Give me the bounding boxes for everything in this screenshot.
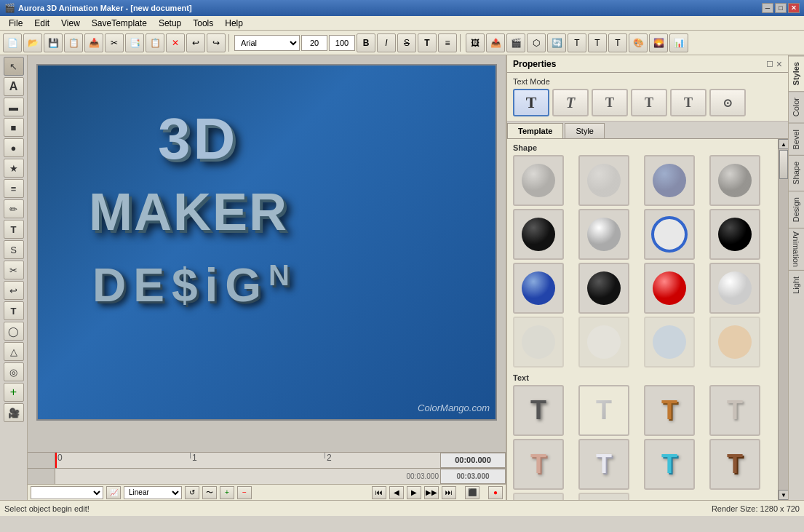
cube-button[interactable]: ⬡ (527, 33, 546, 52)
shape-item-2[interactable] (644, 155, 695, 206)
menu-file[interactable]: File (3, 17, 28, 30)
sidebar-tab-design[interactable]: Design (789, 191, 804, 228)
shape-item-10[interactable] (644, 263, 695, 314)
text-item-7[interactable]: T (709, 439, 760, 490)
path-tool[interactable]: ≡ (4, 179, 24, 198)
sidebar-tab-light[interactable]: Light (789, 270, 804, 300)
goto-end-button[interactable]: ⏭ (442, 486, 456, 499)
animate-button[interactable]: T (568, 33, 586, 52)
oval-tool[interactable]: ◯ (4, 322, 24, 341)
scroll-down-btn[interactable]: ▼ (779, 490, 788, 500)
shape-item-12[interactable] (513, 317, 564, 368)
mode-btn-6[interactable]: ⊙ (709, 89, 746, 116)
shape-item-13[interactable] (578, 317, 629, 368)
delete-button[interactable]: ✕ (166, 33, 185, 52)
scroll-thumb[interactable] (779, 150, 788, 179)
shape-item-3[interactable] (709, 155, 760, 206)
tab-template[interactable]: Template (507, 123, 563, 138)
star-tool[interactable]: ★ (4, 159, 24, 178)
shape-item-4[interactable] (513, 209, 564, 260)
shape-tool[interactable]: S (4, 240, 24, 259)
properties-close-btn[interactable]: × (776, 58, 782, 70)
text-item-2[interactable]: T (644, 385, 695, 436)
text-item-5[interactable]: T (578, 439, 629, 490)
close-button[interactable]: ✕ (788, 3, 800, 13)
timeline-ruler[interactable]: 0 1 2 3 (55, 453, 440, 468)
text-item-4[interactable]: T (513, 439, 564, 490)
extra-button[interactable]: 📊 (669, 33, 688, 52)
export-button[interactable]: 📤 (486, 33, 505, 52)
text-item-0[interactable]: T (513, 385, 564, 436)
undo-tool[interactable]: ↩ (4, 281, 24, 300)
copy-button[interactable]: 📑 (125, 33, 144, 52)
menu-edit[interactable]: Edit (28, 17, 55, 30)
camera-btn[interactable]: 🎥 (4, 403, 24, 422)
scissor-tool[interactable]: ✂ (4, 261, 24, 279)
export2-button[interactable]: 🎬 (506, 33, 525, 52)
shape-item-14[interactable] (644, 317, 695, 368)
rect-tool[interactable]: ■ (4, 118, 24, 137)
loop-button[interactable]: ⬛ (465, 486, 479, 499)
shape-item-5[interactable] (578, 209, 629, 260)
keyframe-select[interactable] (31, 486, 103, 499)
bold-button[interactable]: B (357, 33, 375, 52)
save-button[interactable]: 💾 (44, 33, 63, 52)
ring-tool[interactable]: ◎ (4, 362, 24, 381)
sidebar-tab-shape[interactable]: Shape (789, 155, 804, 191)
remove-key-button[interactable]: − (237, 486, 252, 499)
text-item-3[interactable]: T (709, 385, 760, 436)
play-backward-button[interactable]: ◀ (389, 486, 404, 499)
shape-item-11[interactable] (709, 263, 760, 314)
text-item-6[interactable]: T (644, 439, 695, 490)
open-button[interactable]: 📂 (23, 33, 42, 52)
paste-button[interactable]: 📋 (146, 33, 164, 52)
line-tool[interactable]: ▬ (4, 98, 24, 116)
mode-btn-1[interactable]: T (513, 89, 549, 116)
import-button[interactable]: 📥 (84, 33, 103, 52)
text-tool[interactable]: A (4, 77, 24, 96)
select-tool[interactable]: ↖ (4, 57, 24, 76)
pen-tool[interactable]: ✏ (4, 199, 24, 218)
menu-tools[interactable]: Tools (187, 17, 219, 30)
rotate-button[interactable]: 🔄 (547, 33, 566, 52)
shape-item-1[interactable] (578, 155, 629, 206)
hex-tool[interactable]: + (4, 383, 24, 402)
sidebar-tab-bevel[interactable]: Bevel (789, 123, 804, 156)
menu-view[interactable]: View (55, 17, 86, 30)
new-button[interactable]: 📄 (3, 33, 22, 52)
play-forward-button[interactable]: ▶▶ (424, 486, 439, 499)
curve-button[interactable]: 〜 (202, 486, 217, 499)
shape-item-0[interactable] (513, 155, 564, 206)
font-size-input[interactable] (301, 35, 327, 51)
sidebar-tab-animation[interactable]: Animation (789, 228, 804, 270)
text-item-9[interactable]: T (578, 493, 629, 500)
record-button[interactable]: ● (488, 486, 503, 499)
reset-button[interactable]: ↺ (185, 486, 199, 499)
render-canvas[interactable]: 3D MAKER DE$iGN ColorMango.com (36, 64, 497, 421)
sidebar-tab-styles[interactable]: Styles (789, 55, 804, 91)
circle-tool[interactable]: ● (4, 138, 24, 157)
undo-button[interactable]: ↩ (186, 33, 205, 52)
strikethrough-button[interactable]: S (397, 33, 416, 52)
mode-btn-2[interactable]: T (552, 89, 589, 116)
bg-button[interactable]: 🌄 (649, 33, 668, 52)
shape-item-6[interactable] (644, 209, 695, 260)
tri-tool[interactable]: △ (4, 342, 24, 361)
font-weight-input[interactable] (329, 35, 355, 51)
menu-setup[interactable]: Setup (153, 17, 187, 30)
scroll-up-btn[interactable]: ▲ (779, 139, 788, 149)
playhead[interactable] (55, 453, 57, 468)
shape-item-7[interactable] (709, 209, 760, 260)
text-item-1[interactable]: T (578, 385, 629, 436)
mode-btn-3[interactable]: T (592, 89, 628, 116)
menu-savetemplate[interactable]: SaveTemplate (86, 17, 153, 30)
save-as-button[interactable]: 📋 (64, 33, 83, 52)
text-item-8[interactable]: T (513, 493, 564, 500)
redo-button[interactable]: ↪ (207, 33, 226, 52)
mode-btn-5[interactable]: T (670, 89, 707, 116)
italic-button[interactable]: I (377, 33, 396, 52)
mode-btn-4[interactable]: T (631, 89, 667, 116)
add-key-button[interactable]: + (220, 486, 234, 499)
type-tool[interactable]: T (4, 220, 24, 239)
color-button[interactable]: 🎨 (629, 33, 648, 52)
